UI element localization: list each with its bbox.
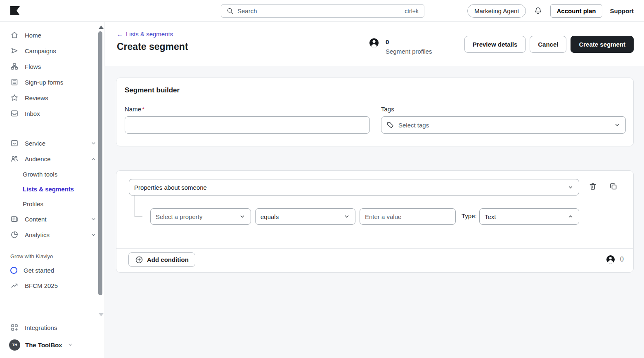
page-title: Create segment — [117, 41, 188, 52]
notifications-button[interactable] — [534, 7, 542, 15]
global-search-input[interactable]: Search ctrl+k — [221, 4, 424, 18]
sidebar-item-signup-forms[interactable]: Sign-up forms — [0, 74, 104, 90]
chevron-down-icon — [67, 342, 73, 348]
account-plan-label: Account plan — [556, 7, 596, 14]
account-plan-button[interactable]: Account plan — [550, 4, 602, 18]
top-bar: Search ctrl+k Marketing Agent Account pl… — [0, 0, 644, 22]
sidebar-item-flows[interactable]: Flows — [0, 59, 104, 74]
type-value: Text — [485, 213, 563, 220]
star-icon — [10, 94, 19, 102]
condition-connector — [135, 217, 142, 217]
duplicate-condition-button[interactable] — [609, 182, 618, 191]
plus-circle-icon — [135, 256, 143, 264]
condition-category-select[interactable]: Properties about someone — [129, 179, 579, 195]
operator-select[interactable]: equals — [255, 208, 355, 225]
klaviyo-logo-icon[interactable] — [10, 6, 20, 15]
sidebar-item-label: Sign-up forms — [25, 79, 97, 86]
sidebar-item-bfcm[interactable]: BFCM 2025 — [0, 278, 104, 293]
sidebar-item-profiles[interactable]: Profiles — [0, 196, 104, 211]
account-name: Marketing Agent — [474, 7, 519, 14]
value-input[interactable]: Enter a value — [360, 208, 456, 225]
name-label: Name* — [125, 106, 144, 113]
sidebar-item-audience[interactable]: Audience — [0, 151, 104, 167]
back-link-label: Lists & segments — [126, 31, 173, 38]
sidebar-item-campaigns[interactable]: Campaigns — [0, 43, 104, 59]
sidebar: Home Campaigns Flows Sign-up forms — [0, 22, 104, 358]
sidebar-item-lists-segments[interactable]: Lists & segments — [0, 181, 104, 196]
workspace-avatar: TH — [9, 339, 20, 351]
condition-card: Properties about someone Select a proper… — [116, 170, 634, 273]
sidebar-item-label: Profiles — [23, 200, 43, 207]
inbox-icon — [10, 109, 19, 118]
flows-icon — [10, 62, 19, 71]
delete-condition-button[interactable] — [589, 182, 597, 191]
sidebar-item-label: Service — [25, 140, 84, 147]
copy-icon — [609, 182, 618, 191]
create-segment-button[interactable]: Create segment — [571, 36, 634, 53]
chevron-up-icon — [567, 213, 574, 220]
support-link[interactable]: Support — [610, 7, 634, 14]
profile-icon — [369, 38, 379, 47]
search-icon — [227, 7, 234, 14]
property-placeholder: Select a property — [156, 213, 235, 220]
required-asterisk: * — [142, 106, 144, 113]
tags-select[interactable]: Select tags — [381, 116, 626, 134]
scrollbar-down-arrow[interactable] — [99, 313, 104, 316]
sidebar-item-label: Get started — [24, 267, 97, 274]
sidebar-item-home[interactable]: Home — [0, 27, 104, 43]
sidebar-item-label: Analytics — [25, 231, 84, 238]
sidebar-item-label: Inbox — [25, 110, 97, 117]
preview-details-button[interactable]: Preview details — [464, 36, 526, 53]
tags-placeholder: Select tags — [398, 122, 610, 129]
add-condition-button[interactable]: Add condition — [128, 252, 195, 267]
type-label: Type: — [462, 212, 477, 219]
segment-builder-card: Segment builder Name* Tags Select tags — [116, 78, 634, 146]
form-icon — [10, 78, 19, 86]
sidebar-item-service[interactable]: Service — [0, 135, 104, 151]
sidebar-item-label: Flows — [25, 63, 97, 70]
back-link[interactable]: ← Lists & segments — [117, 31, 173, 38]
sidebar-item-label: Lists & segments — [23, 186, 74, 193]
sidebar-item-growth-tools[interactable]: Growth tools — [0, 167, 104, 181]
segment-profiles-summary: 0 Segment profiles — [369, 38, 432, 55]
operator-value: equals — [260, 213, 339, 220]
cancel-button[interactable]: Cancel — [530, 36, 566, 53]
sidebar-item-label: Audience — [25, 155, 84, 163]
account-switcher-button[interactable]: Marketing Agent — [467, 4, 526, 18]
condition-category-value: Properties about someone — [134, 184, 563, 191]
segment-profiles-label: Segment profiles — [386, 48, 432, 55]
sidebar-item-label: Home — [25, 32, 97, 39]
chevron-down-icon — [343, 213, 350, 220]
segment-profiles-count: 0 — [386, 38, 432, 45]
sidebar-item-inbox[interactable]: Inbox — [0, 106, 104, 121]
tags-label: Tags — [381, 106, 394, 113]
grow-with-klaviyo-header: Grow with Klaviyo — [0, 243, 104, 263]
tag-icon — [386, 121, 394, 129]
chevron-down-icon — [614, 122, 620, 128]
sidebar-item-label: Growth tools — [23, 171, 57, 178]
chevron-down-icon — [90, 140, 97, 146]
progress-ring-icon — [10, 267, 17, 274]
service-icon — [10, 139, 19, 147]
sidebar-item-analytics[interactable]: Analytics — [0, 227, 104, 243]
workspace-switcher[interactable]: TH The ToolBox — [0, 336, 104, 354]
search-shortcut: ctrl+k — [405, 8, 419, 14]
chevron-down-icon — [90, 232, 97, 238]
segment-name-input[interactable] — [125, 116, 370, 134]
chevron-up-icon — [90, 156, 97, 162]
sidebar-item-get-started[interactable]: Get started — [0, 263, 104, 278]
chevron-down-icon — [567, 184, 574, 191]
trash-icon — [589, 182, 597, 191]
condition-profile-count-value: 0 — [620, 256, 624, 263]
scrollbar-up-arrow[interactable] — [99, 26, 104, 29]
sidebar-item-integrations[interactable]: Integrations — [0, 319, 104, 336]
sidebar-item-reviews[interactable]: Reviews — [0, 90, 104, 106]
sidebar-item-label: Reviews — [25, 94, 97, 101]
sidebar-item-content[interactable]: Content — [0, 211, 104, 227]
type-select[interactable]: Text — [479, 208, 579, 225]
property-select[interactable]: Select a property — [150, 208, 251, 225]
scrollbar-thumb[interactable] — [98, 31, 102, 295]
condition-connector — [135, 195, 135, 217]
integrations-icon — [10, 323, 19, 332]
back-arrow-icon: ← — [117, 31, 123, 38]
